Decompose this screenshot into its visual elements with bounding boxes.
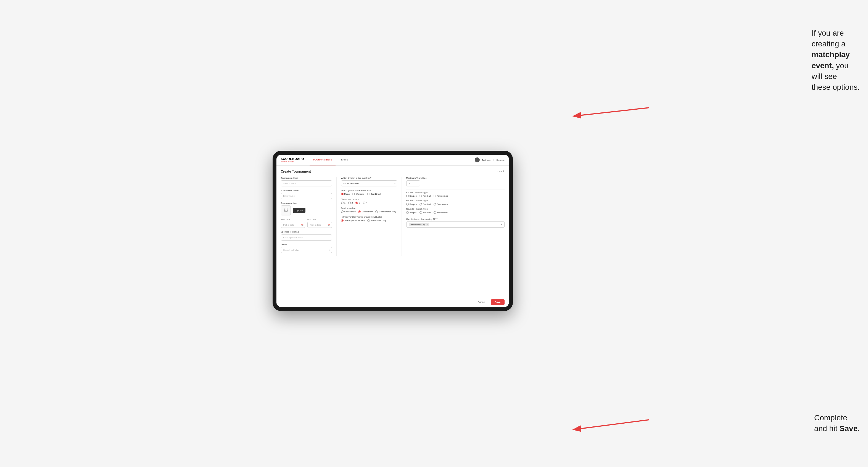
gender-mens[interactable]: Mens: [341, 193, 350, 195]
api-tag: Leaderboard King ×: [409, 223, 429, 226]
round-2[interactable]: 2: [348, 201, 353, 204]
sponsor-label: Sponsor (optional): [281, 230, 332, 233]
start-date-input[interactable]: [281, 222, 305, 228]
round-1[interactable]: 1: [341, 201, 345, 204]
round3-fourball-label: Fourball: [423, 211, 431, 214]
api-tag-remove[interactable]: ×: [426, 223, 428, 226]
round-2-radio[interactable]: [348, 201, 351, 204]
round2-singles[interactable]: Singles: [406, 203, 417, 206]
round1-foursomes[interactable]: Foursomes: [434, 195, 448, 197]
venue-dropdown-icon: ▾: [329, 249, 330, 251]
form-col-right: Maximum Team Size Round 1 - Match Type S…: [402, 177, 504, 256]
round-3-radio[interactable]: [355, 201, 358, 204]
round-4[interactable]: 4: [363, 201, 367, 204]
date-group: Start date 📅 End date: [281, 218, 332, 228]
scoring-match[interactable]: Match Play: [358, 211, 373, 213]
page-background: SCOREBOARD Powered by clippit TOURNAMENT…: [0, 0, 868, 467]
teams-teams[interactable]: Teams (+Individuals): [341, 219, 365, 222]
logo-text: SCOREBOARD: [281, 157, 304, 160]
scoring-stroke-radio[interactable]: [341, 211, 344, 213]
round1-foursomes-radio[interactable]: [434, 195, 436, 197]
round-4-radio[interactable]: [363, 201, 365, 204]
round2-fourball-radio[interactable]: [420, 203, 422, 206]
tournament-host-group: Tournament Host: [281, 177, 332, 187]
api-expand-icon[interactable]: ▾: [501, 223, 502, 226]
tournament-host-input[interactable]: [281, 180, 332, 186]
start-date-group: Start date 📅: [281, 218, 305, 228]
save-button[interactable]: Save: [491, 299, 504, 305]
round1-fourball-radio[interactable]: [420, 195, 422, 197]
round3-radio-group: Singles Fourball Foursomes: [406, 211, 504, 214]
round1-match-section: Round 1 - Match Type Singles Fourball: [406, 191, 504, 197]
round3-foursomes-label: Foursomes: [437, 211, 448, 214]
upload-button[interactable]: Upload: [293, 208, 305, 213]
avatar: [475, 157, 480, 162]
gender-combined-radio[interactable]: [367, 193, 370, 195]
round2-singles-radio[interactable]: [406, 203, 409, 206]
division-select[interactable]: NCAA Division I: [341, 180, 397, 186]
gender-mens-radio[interactable]: [341, 193, 344, 195]
teams-individuals[interactable]: Individuals Only: [367, 219, 386, 222]
nav-right: Test User | Sign out: [475, 157, 504, 162]
api-tag-text: Leaderboard King: [410, 224, 426, 226]
round3-match-label: Round 3 - Match Type: [406, 208, 504, 210]
tab-tournaments[interactable]: TOURNAMENTS: [310, 155, 336, 166]
round2-fourball-label: Fourball: [423, 203, 431, 206]
round3-fourball-radio[interactable]: [420, 211, 422, 214]
divider2: [406, 216, 504, 216]
tournament-logo-group: Tournament logo 🖼 Upload: [281, 202, 332, 215]
round-2-label: 2: [351, 201, 353, 204]
teams-label: Is this event for Teams and/or Individua…: [341, 216, 397, 218]
round3-singles-radio[interactable]: [406, 211, 409, 214]
end-date-label: End date: [307, 218, 332, 221]
max-team-size-input[interactable]: [406, 180, 420, 186]
scoring-medal[interactable]: Medal Match Play: [375, 211, 396, 213]
round1-singles[interactable]: Singles: [406, 195, 417, 197]
round1-fourball[interactable]: Fourball: [420, 195, 431, 197]
nav-tabs: TOURNAMENTS TEAMS: [310, 155, 475, 166]
cancel-button[interactable]: Cancel: [474, 299, 489, 305]
scoring-medal-label: Medal Match Play: [379, 211, 396, 213]
scoring-stroke[interactable]: Stroke Play: [341, 211, 356, 213]
round-1-radio[interactable]: [341, 201, 344, 204]
tab-teams[interactable]: TEAMS: [336, 155, 351, 166]
round1-singles-radio[interactable]: [406, 195, 409, 197]
round2-foursomes[interactable]: Foursomes: [434, 203, 448, 206]
round2-fourball[interactable]: Fourball: [420, 203, 431, 206]
sponsor-input[interactable]: [281, 235, 332, 241]
logo-area: SCOREBOARD Powered by clippit: [281, 157, 304, 162]
round3-fourball[interactable]: Fourball: [420, 211, 431, 214]
round3-singles-label: Singles: [409, 211, 417, 214]
round2-foursomes-radio[interactable]: [434, 203, 436, 206]
round3-singles[interactable]: Singles: [406, 211, 417, 214]
teams-radio-group: Teams (+Individuals) Individuals Only: [341, 219, 397, 222]
round-3[interactable]: 3: [355, 201, 360, 204]
rounds-group: Number of rounds 1 2: [341, 198, 397, 204]
round-3-label: 3: [359, 201, 360, 204]
teams-teams-radio[interactable]: [341, 219, 344, 222]
max-team-size-group: Maximum Team Size: [406, 177, 504, 187]
round3-foursomes-radio[interactable]: [434, 211, 436, 214]
sign-out-link[interactable]: Sign out: [496, 159, 504, 161]
teams-group: Is this event for Teams and/or Individua…: [341, 216, 397, 222]
callout-bottom-text: Completeand hit Save.: [814, 413, 860, 433]
gender-combined[interactable]: Combined: [367, 193, 380, 195]
round1-fourball-label: Fourball: [423, 195, 431, 197]
api-select-wrap[interactable]: Leaderboard King × ▾: [406, 221, 504, 227]
round2-match-section: Round 2 - Match Type Singles Fourball: [406, 199, 504, 206]
teams-individuals-label: Individuals Only: [371, 219, 386, 222]
gender-womens[interactable]: Womens: [352, 193, 364, 195]
gender-womens-radio[interactable]: [352, 193, 355, 195]
round3-foursomes[interactable]: Foursomes: [434, 211, 448, 214]
teams-individuals-radio[interactable]: [367, 219, 370, 222]
scoring-match-radio[interactable]: [358, 211, 361, 213]
round2-singles-label: Singles: [409, 203, 417, 206]
venue-input[interactable]: [281, 247, 332, 253]
tournament-name-group: Tournament name: [281, 189, 332, 199]
back-button[interactable]: ‹ Back: [497, 170, 504, 173]
end-date-input[interactable]: [307, 222, 332, 228]
end-date-group: End date 📅: [307, 218, 332, 228]
scoring-medal-radio[interactable]: [375, 211, 378, 213]
round1-radio-group: Singles Fourball Foursomes: [406, 195, 504, 197]
tournament-name-input[interactable]: [281, 193, 332, 199]
